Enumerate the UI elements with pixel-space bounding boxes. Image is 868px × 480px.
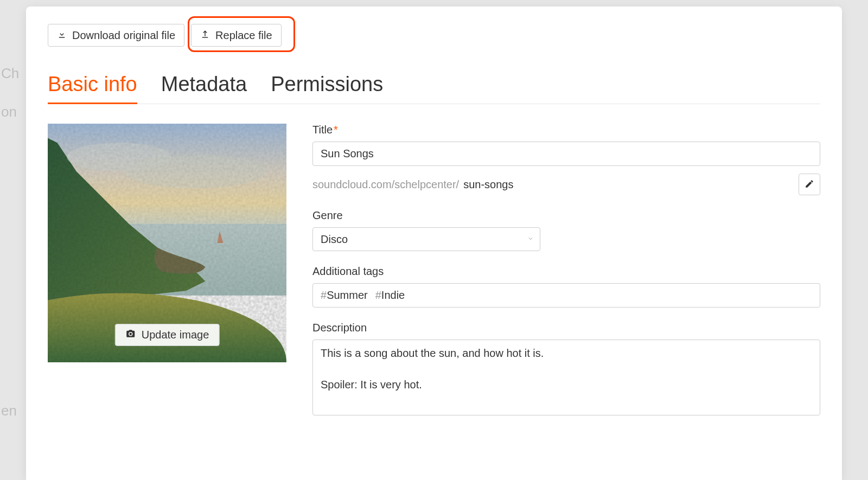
download-original-label: Download original file <box>72 29 175 42</box>
upload-icon <box>200 29 210 42</box>
tab-content: Update image Title* soundcloud.com/schel… <box>48 124 820 415</box>
description-textarea[interactable]: This is a song about the sun, and how ho… <box>312 340 820 415</box>
svg-point-4 <box>124 155 267 188</box>
replace-file-label: Replace file <box>215 29 272 42</box>
tags-label: Additional tags <box>312 265 820 278</box>
file-buttons-row: Download original file Replace file <box>48 24 820 47</box>
permalink-slug: sun-songs <box>463 178 513 191</box>
download-icon <box>57 29 67 42</box>
tab-permissions[interactable]: Permissions <box>271 73 383 104</box>
title-field: Title* soundcloud.com/schelpcenter/ sun-… <box>312 124 820 195</box>
genre-label: Genre <box>312 209 820 222</box>
edit-permalink-button[interactable] <box>799 174 820 195</box>
genre-select-wrap: Disco <box>312 227 540 251</box>
tab-metadata[interactable]: Metadata <box>161 73 247 104</box>
required-asterisk: * <box>334 124 338 136</box>
pencil-icon <box>805 179 814 190</box>
title-input[interactable] <box>312 142 820 166</box>
genre-field: Genre Disco <box>312 209 820 251</box>
title-label: Title* <box>312 124 820 136</box>
tabs: Basic info Metadata Permissions <box>48 73 820 104</box>
tab-basic-info[interactable]: Basic info <box>48 73 137 104</box>
cover-art-container: Update image <box>48 124 286 362</box>
tags-text-input[interactable] <box>412 289 812 302</box>
form-column: Title* soundcloud.com/schelpcenter/ sun-… <box>312 124 820 415</box>
tags-field: Additional tags #Summer #Indie <box>312 265 820 308</box>
tag-chip[interactable]: #Summer <box>321 289 368 302</box>
description-label: Description <box>312 322 820 334</box>
permalink-row: soundcloud.com/schelpcenter/ sun-songs <box>312 174 820 195</box>
camera-icon <box>125 329 136 341</box>
tags-input[interactable]: #Summer #Indie <box>312 283 820 308</box>
update-image-label: Update image <box>142 329 209 341</box>
replace-file-button[interactable]: Replace file <box>191 24 282 47</box>
update-image-button[interactable]: Update image <box>115 324 220 346</box>
tag-chip[interactable]: #Indie <box>375 289 405 302</box>
edit-track-panel: Download original file Replace file Basi… <box>26 7 842 480</box>
genre-select[interactable]: Disco <box>312 227 540 251</box>
permalink-base: soundcloud.com/schelpcenter/ <box>312 178 459 191</box>
download-original-button[interactable]: Download original file <box>48 24 184 47</box>
description-field: Description This is a song about the sun… <box>312 322 820 415</box>
